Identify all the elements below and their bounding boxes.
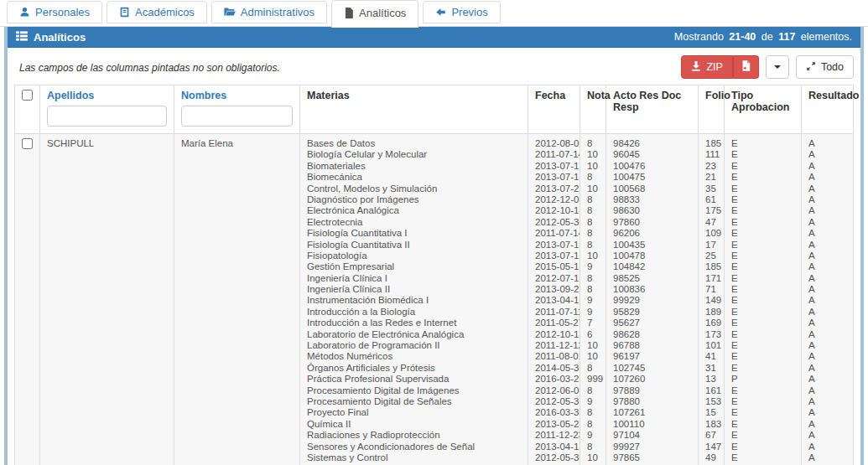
cell-line-folio: 175 xyxy=(699,205,724,216)
cell-line-acto: 100476 xyxy=(606,161,698,172)
tab-previos[interactable]: Previos xyxy=(423,1,500,23)
cell-line-acto: 100475 xyxy=(606,172,698,183)
cell-line-nota: 9 xyxy=(580,307,606,318)
column-label: Materias xyxy=(307,90,521,101)
cell-line-acto: 100568 xyxy=(606,183,698,194)
cell-line-materia: Introducción a las Redes e Internet xyxy=(300,318,528,328)
select-all-checkbox[interactable] xyxy=(22,90,33,101)
cell-line-tipo: E xyxy=(725,217,801,228)
cell-line-acto: 102745 xyxy=(606,363,698,374)
tab-analiticos[interactable]: Analíticos xyxy=(331,0,418,28)
cell-line-resultado: A xyxy=(802,307,853,318)
cell-line-resultado: A xyxy=(802,149,853,160)
arrow-left-icon xyxy=(435,7,446,18)
column-header-tipo-aprobacion: Tipo Aprobacion xyxy=(725,85,802,134)
cell-line-fecha: 2012-10-18 xyxy=(528,329,580,340)
cell-line-tipo: E xyxy=(725,318,801,328)
zip-download-button[interactable]: ZIP xyxy=(681,55,732,79)
tab-personales[interactable]: Personales xyxy=(7,1,102,23)
column-header-fecha: Fecha xyxy=(528,85,580,134)
cell-line-tipo: E xyxy=(725,442,801,452)
column-header-apellidos: Apellidos xyxy=(40,85,174,134)
cell-line-nota: 8 xyxy=(580,363,606,374)
expand-arrows-icon xyxy=(806,61,816,74)
panel-title-text: Analíticos xyxy=(34,31,86,44)
cell-line-fecha: 2012-05-30 xyxy=(528,217,580,228)
table-header-row: Apellidos Nombres Materias Fecha Nota Ac… xyxy=(15,85,854,134)
cell-line-resultado: A xyxy=(802,183,853,194)
cell-line-materia: Sistemas y Control xyxy=(300,452,528,463)
cell-line-folio: 185 xyxy=(699,261,724,272)
apellidos-filter-input[interactable] xyxy=(47,106,167,127)
cell-line-resultado: A xyxy=(802,138,853,149)
cell-line-materia: Gestión Empresarial xyxy=(300,261,528,272)
tab-label: Académicos xyxy=(135,6,195,18)
cell-line-materia: Radiaciones y Radioprotección xyxy=(300,430,528,441)
cell-line-nota: 999 xyxy=(580,374,606,385)
row-select-checkbox[interactable] xyxy=(22,138,33,149)
todo-expand-button[interactable]: Todo xyxy=(796,55,854,79)
cell-line-nota: 8 xyxy=(580,442,606,452)
cell-line-folio: 49 xyxy=(699,452,724,463)
export-options-dropdown[interactable] xyxy=(766,55,789,79)
cell-line-resultado: A xyxy=(802,217,853,228)
cell-line-tipo: E xyxy=(725,261,801,272)
panel-title: Analíticos xyxy=(16,31,86,44)
cell-line-folio: 153 xyxy=(699,396,724,407)
cell-line-tipo: E xyxy=(725,183,801,194)
cell-line-folio: 185 xyxy=(699,138,724,149)
cell-line-acto: 98525 xyxy=(606,273,698,284)
cell-line-acto: 96206 xyxy=(606,228,698,239)
nombres-filter-input[interactable] xyxy=(181,106,293,127)
tab-label: Administrativos xyxy=(241,6,314,18)
cell-line-resultado: A xyxy=(802,351,853,362)
cell-line-resultado: A xyxy=(802,228,853,239)
file-export-icon xyxy=(741,60,751,74)
tab-academicos[interactable]: Académicos xyxy=(107,1,207,23)
cell-line-fecha: 2011-12-12 xyxy=(528,340,580,351)
tab-label: Analíticos xyxy=(359,7,406,19)
tab-administrativos[interactable]: Administrativos xyxy=(211,1,327,23)
cell-line-acto: 99929 xyxy=(606,295,698,306)
cell-line-materia: Fisiología Cuantitativa I xyxy=(300,228,528,239)
cell-line-acto: 98833 xyxy=(606,194,698,205)
folder-icon xyxy=(224,7,236,18)
cell-line-folio: 15 xyxy=(699,407,724,418)
cell-line-folio: 41 xyxy=(699,351,724,362)
cell-line-materia: Laboratorio de Electrónica Analógica xyxy=(300,329,528,340)
download-icon xyxy=(691,61,701,74)
cell-line-resultado: A xyxy=(802,172,853,183)
cell-line-folio: 149 xyxy=(699,295,724,306)
cell-line-acto: 100110 xyxy=(606,419,698,430)
cell-line-nota: 10 xyxy=(580,183,606,194)
cell-line-nota: 6 xyxy=(580,329,606,340)
panel-body: Las campos de las columnas pintadas no s… xyxy=(8,48,860,465)
column-label: Resultado xyxy=(808,90,846,101)
cell-line-nota: 8 xyxy=(580,194,606,205)
cell-line-tipo: E xyxy=(725,419,801,430)
cell-line-materia: Diagnóstico por Imágenes xyxy=(300,194,528,205)
cell-line-folio: 111 xyxy=(699,149,724,160)
cell-line-nota: 8 xyxy=(580,240,606,251)
cell-line-nota: 8 xyxy=(580,228,606,239)
cell-line-tipo: E xyxy=(725,251,801,261)
cell-line-fecha: 2011-05-27 xyxy=(528,318,580,328)
cell-line-materia: Órganos Artificiales y Prótesis xyxy=(300,363,528,374)
pdf-export-button[interactable] xyxy=(733,55,759,79)
cell-line-resultado: A xyxy=(802,430,853,441)
sort-link-nombres[interactable]: Nombres xyxy=(181,90,293,101)
cell-line-resultado: A xyxy=(802,261,853,272)
sort-link-apellidos[interactable]: Apellidos xyxy=(47,90,167,101)
cell-line-nota: 8 xyxy=(580,385,606,396)
cell-line-nota: 9 xyxy=(580,261,606,272)
cell-line-fecha: 2016-03-30 xyxy=(528,407,580,418)
cell-line-acto: 95829 xyxy=(606,307,698,318)
showing-word: elementos. xyxy=(801,31,852,43)
cell-line-folio: 189 xyxy=(699,307,724,318)
cell-line-tipo: E xyxy=(725,172,801,183)
resultado-cell: AAAAAAAAAAAAAAAAAAAAAAAAAAAAAA xyxy=(802,134,854,465)
tab-label: Personales xyxy=(35,6,90,18)
cell-line-materia: Ingeniería Clínica I xyxy=(300,273,528,284)
cell-line-resultado: A xyxy=(802,374,853,385)
cell-line-materia: Biomecánica xyxy=(300,172,528,183)
